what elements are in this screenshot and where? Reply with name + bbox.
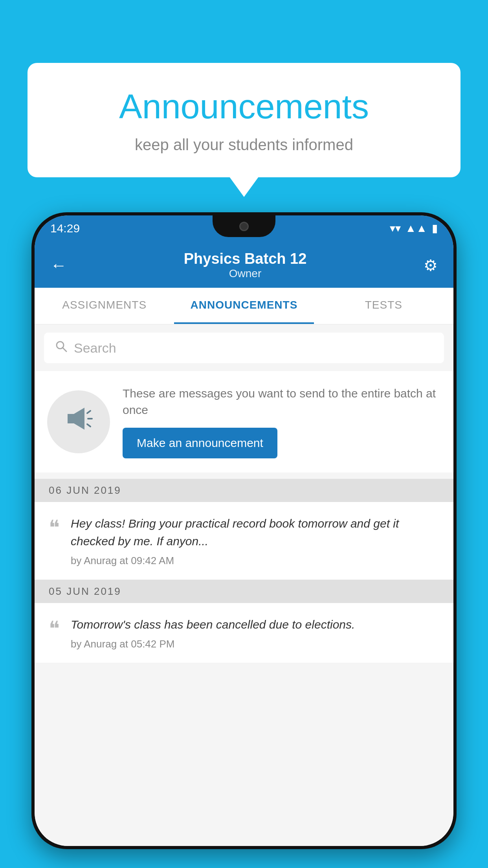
notch-camera xyxy=(239,222,249,231)
quote-icon-1: ❝ xyxy=(49,518,60,538)
app-header: ← Physics Batch 12 Owner ⚙ xyxy=(35,241,453,288)
notch xyxy=(213,215,275,237)
status-icons: ▾▾ ▲▲ ▮ xyxy=(390,222,438,235)
tab-assignments[interactable]: ASSIGNMENTS xyxy=(35,288,174,324)
header-title-area: Physics Batch 12 Owner xyxy=(184,250,307,280)
batch-title: Physics Batch 12 xyxy=(184,250,307,267)
quote-icon-2: ❝ xyxy=(49,619,60,639)
megaphone-icon xyxy=(63,403,94,441)
phone-inner: 14:29 ▾▾ ▲▲ ▮ ← Physics Batch 12 Owner ⚙ xyxy=(35,215,453,846)
tab-announcements[interactable]: ANNOUNCEMENTS xyxy=(174,288,314,324)
announcement-text-2: Tomorrow's class has been cancelled due … xyxy=(71,616,439,633)
svg-marker-2 xyxy=(68,408,84,430)
announcement-item-1[interactable]: ❝ Hey class! Bring your practical record… xyxy=(35,502,453,580)
announcement-content-2: Tomorrow's class has been cancelled due … xyxy=(71,616,439,650)
search-icon xyxy=(55,340,68,356)
promo-description: These are messages you want to send to t… xyxy=(123,385,441,418)
svg-line-5 xyxy=(87,424,90,427)
search-bar[interactable]: Search xyxy=(44,333,444,363)
announcement-item-2[interactable]: ❝ Tomorrow's class has been cancelled du… xyxy=(35,603,453,663)
promo-right: These are messages you want to send to t… xyxy=(123,385,441,458)
content-area: Search xyxy=(35,325,453,846)
announcement-meta-2: by Anurag at 05:42 PM xyxy=(71,638,439,650)
date-divider-1: 06 JUN 2019 xyxy=(35,479,453,502)
bubble-subtitle: keep all your students informed xyxy=(47,136,441,154)
settings-button[interactable]: ⚙ xyxy=(424,256,438,274)
promo-card: These are messages you want to send to t… xyxy=(35,371,453,473)
back-button[interactable]: ← xyxy=(50,256,67,275)
status-time: 14:29 xyxy=(50,222,80,235)
make-announcement-button[interactable]: Make an announcement xyxy=(123,428,277,458)
tab-bar: ASSIGNMENTS ANNOUNCEMENTS TESTS xyxy=(35,288,453,325)
owner-label: Owner xyxy=(184,267,307,280)
date-divider-2: 05 JUN 2019 xyxy=(35,580,453,603)
svg-line-3 xyxy=(87,411,90,413)
speech-bubble-wrapper: Announcements keep all your students inf… xyxy=(28,63,460,177)
phone-screen: 14:29 ▾▾ ▲▲ ▮ ← Physics Batch 12 Owner ⚙ xyxy=(35,215,453,846)
battery-icon: ▮ xyxy=(432,222,438,235)
announcement-text-1: Hey class! Bring your practical record b… xyxy=(71,515,439,550)
svg-line-1 xyxy=(62,348,66,351)
speech-bubble: Announcements keep all your students inf… xyxy=(28,63,460,177)
phone-mockup: 14:29 ▾▾ ▲▲ ▮ ← Physics Batch 12 Owner ⚙ xyxy=(31,212,457,849)
wifi-icon: ▾▾ xyxy=(390,222,401,235)
signal-icon: ▲▲ xyxy=(405,222,427,235)
status-bar: 14:29 ▾▾ ▲▲ ▮ xyxy=(35,215,453,241)
promo-icon-circle xyxy=(47,390,110,453)
phone-wrapper: 14:29 ▾▾ ▲▲ ▮ ← Physics Batch 12 Owner ⚙ xyxy=(31,212,457,868)
tab-tests[interactable]: TESTS xyxy=(314,288,453,324)
search-placeholder: Search xyxy=(74,340,116,356)
bubble-title: Announcements xyxy=(47,86,441,127)
announcement-meta-1: by Anurag at 09:42 AM xyxy=(71,555,439,567)
announcement-content-1: Hey class! Bring your practical record b… xyxy=(71,515,439,567)
